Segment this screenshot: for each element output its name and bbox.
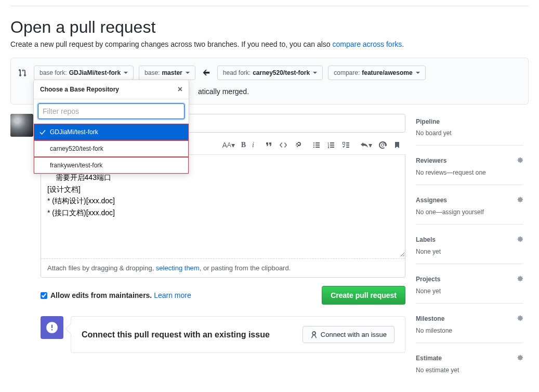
select-files-link[interactable]: selecting them [156, 264, 200, 272]
allow-edits-checkbox[interactable] [41, 292, 47, 299]
caret-down-icon [124, 72, 128, 74]
sidebar-projects-body: None yet [416, 288, 523, 295]
gear-icon[interactable] [516, 275, 523, 283]
page-subtitle: Create a new pull request by comparing c… [10, 40, 529, 48]
bookmark-icon[interactable] [393, 141, 401, 149]
caret-down-icon [313, 72, 317, 74]
create-pr-button[interactable]: Create pull request [322, 286, 405, 305]
ol-list-icon[interactable] [327, 141, 335, 149]
reply-icon[interactable]: ▾ [360, 141, 372, 149]
text-size-icon[interactable]: AA▾ [222, 141, 234, 149]
sidebar-labels-body: None yet [416, 248, 523, 255]
merge-status-text: atically merged. [198, 87, 249, 96]
compare-branch-selector[interactable]: compare: feature/awesome [328, 66, 425, 80]
sidebar-reviewers-title: Reviewers [416, 157, 446, 164]
connect-title: Connect this pull request with an existi… [82, 330, 270, 339]
sidebar-pipeline-body: No board yet [416, 129, 523, 137]
sidebar-reviewers-body: No reviews—request one [416, 169, 523, 176]
compare-forks-link[interactable]: compare across forks [332, 40, 402, 48]
quote-icon[interactable] [265, 141, 273, 149]
gear-icon[interactable] [516, 235, 523, 244]
attach-hint[interactable]: Attach files by dragging & dropping, sel… [41, 258, 405, 277]
sidebar-milestone-body: No milestone [416, 327, 523, 334]
sidebar-pipeline-title: Pipeline [416, 118, 440, 125]
sidebar-labels-title: Labels [416, 236, 436, 243]
git-compare-icon [18, 69, 27, 77]
page-title: Open a pull request [10, 18, 529, 37]
head-fork-selector[interactable]: head fork: carney520/test-fork [217, 66, 323, 80]
gear-icon[interactable] [516, 156, 523, 165]
bold-icon[interactable]: B [241, 141, 246, 149]
ul-list-icon[interactable] [312, 141, 321, 149]
repo-option-selected[interactable]: GDJiaMi/test-fork [34, 124, 189, 140]
base-branch-selector[interactable]: base: master [139, 66, 195, 80]
repo-option[interactable]: frankywen/test-fork [34, 157, 189, 174]
gear-icon[interactable] [516, 314, 523, 323]
repo-filter-input[interactable] [38, 103, 185, 119]
mention-icon[interactable] [378, 141, 387, 149]
top-tab-strip [10, 0, 529, 6]
sidebar-estimate-body: No estimate yet [416, 367, 523, 374]
tasklist-icon[interactable] [341, 141, 350, 149]
user-avatar [10, 114, 33, 137]
sidebar-projects-title: Projects [416, 276, 440, 283]
caret-down-icon [186, 72, 190, 74]
repo-option[interactable]: carney520/test-fork [34, 140, 189, 157]
sidebar-assignees-title: Assignees [416, 197, 447, 204]
sidebar-assignees-body: No one—assign yourself [416, 208, 523, 216]
connect-issue-button[interactable]: Connect with an issue [303, 326, 395, 343]
base-fork-selector[interactable]: base fork: GDJiaMi/test-fork [34, 66, 134, 80]
italic-icon[interactable]: i [252, 141, 254, 149]
caret-down-icon [416, 72, 420, 74]
gear-icon[interactable] [516, 354, 523, 362]
check-icon [40, 129, 46, 137]
close-icon[interactable]: × [178, 85, 182, 94]
base-repo-dropdown: Choose a Base Repository × GDJiaMi/test-… [33, 80, 189, 174]
arrow-left-icon: 🡰 [201, 69, 212, 77]
sidebar-estimate-title: Estimate [416, 355, 442, 362]
code-icon[interactable] [279, 141, 287, 149]
sidebar-milestone-title: Milestone [416, 315, 444, 322]
dropdown-title: Choose a Base Repository [40, 86, 119, 93]
gear-icon[interactable] [516, 195, 523, 204]
link-icon[interactable] [294, 141, 302, 149]
allow-edits-option[interactable]: Allow edits from maintainers. Learn more [41, 291, 191, 299]
issue-connect-icon [41, 316, 63, 339]
learn-more-link[interactable]: Learn more [154, 291, 191, 299]
connect-issue-card: Connect this pull request with an existi… [71, 316, 405, 353]
